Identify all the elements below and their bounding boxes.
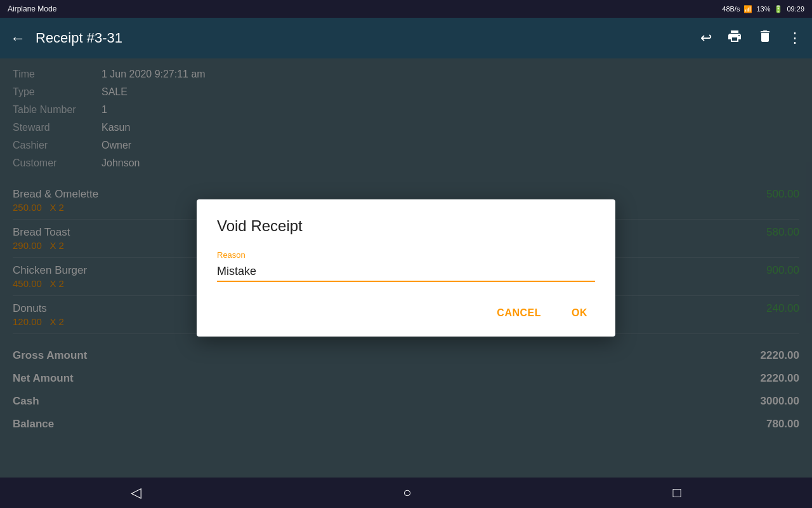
delete-button[interactable] [757, 29, 773, 48]
reason-field-wrapper: Reason [217, 250, 595, 282]
more-options-button[interactable]: ⋮ [788, 30, 802, 46]
nav-back-button[interactable]: ◁ [131, 485, 141, 501]
wifi-icon: 📶 [743, 5, 752, 13]
airplane-mode-label: Airplane Mode [8, 4, 56, 13]
nav-recents-button[interactable]: □ [673, 485, 681, 501]
battery-percent: 13% [756, 5, 770, 13]
reason-input[interactable] [217, 262, 595, 282]
reason-label: Reason [217, 250, 595, 260]
app-bar-actions: ↩ ⋮ [700, 29, 802, 48]
undo-button[interactable]: ↩ [700, 30, 712, 46]
network-speed: 48B/s [722, 5, 740, 13]
nav-home-button[interactable]: ○ [403, 485, 411, 501]
page-title: Receipt #3-31 [36, 30, 122, 46]
bottom-navigation: ◁ ○ □ [0, 478, 812, 508]
main-content: Time 1 Jun 2020 9:27:11 am Type SALE Tab… [0, 58, 812, 478]
back-button[interactable]: ← [10, 29, 25, 47]
cancel-button[interactable]: CANCEL [489, 302, 549, 324]
dialog-actions: CANCEL OK [217, 302, 595, 324]
app-bar: ← Receipt #3-31 ↩ ⋮ [0, 18, 812, 58]
status-bar-right: 48B/s 📶 13% 🔋 09:29 [722, 5, 804, 13]
print-button[interactable] [727, 29, 742, 48]
battery-icon: 🔋 [774, 5, 783, 13]
modal-overlay: Void Receipt Reason CANCEL OK [0, 58, 812, 478]
status-bar: Airplane Mode 48B/s 📶 13% 🔋 09:29 [0, 0, 812, 18]
dialog-title: Void Receipt [217, 217, 595, 235]
clock: 09:29 [787, 5, 804, 13]
void-receipt-dialog: Void Receipt Reason CANCEL OK [197, 199, 615, 337]
ok-button[interactable]: OK [564, 302, 595, 324]
